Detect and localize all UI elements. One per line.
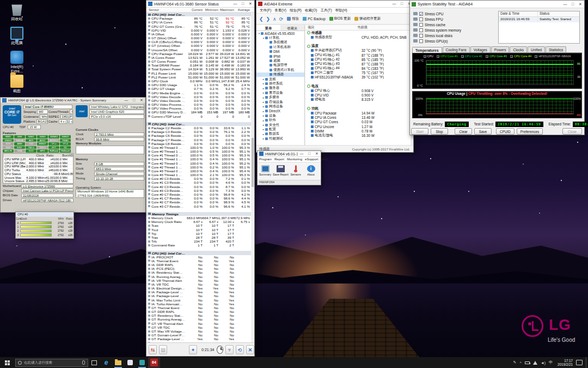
reset-button[interactable]: ⟲	[236, 345, 244, 354]
stress-option[interactable]: Stress system memory	[413, 27, 495, 33]
sensor-row[interactable]: IA Offset0.000 V0.000 V0.000 V0.000 V	[146, 32, 251, 36]
item-group-row[interactable]: 功耗	[305, 106, 411, 111]
sensor-row[interactable]: GT: Running Averag…NoNoNo	[146, 317, 251, 321]
sensor-row[interactable]: GT: DDR RAPLNoNoNo	[146, 310, 251, 313]
sensor-row[interactable]: Core #3 C7 Reside…0.0 %0.0 %96.6 %4.1 %	[146, 204, 251, 208]
tree-item[interactable]: ▸性能测试	[256, 136, 304, 141]
minimize-icon[interactable]: —	[390, 1, 398, 7]
toolbar-button[interactable]: 报告	[287, 16, 299, 21]
sensor-group-row[interactable]: CPU [#0]: Intel Cor…	[146, 122, 251, 126]
sensor-row[interactable]: Core #0 C7 Reside…0.0 %0.0 %96.8 %4.2 %	[146, 192, 251, 196]
sensor-row[interactable]: CPU IA Cores86 °C51 °C92 °C85 °C	[146, 20, 251, 24]
toolbar-button[interactable]: BIOS 更新	[329, 16, 351, 21]
menu-item[interactable]: 查看(V)	[274, 8, 286, 13]
task-view-button[interactable]	[88, 357, 100, 368]
save-button[interactable]: Save	[474, 128, 492, 135]
launcher-tool-monitor[interactable]: Summary	[258, 165, 273, 176]
checkbox[interactable]	[419, 39, 423, 43]
sensor-row[interactable]: GT: Residency Stat…NoNoNo	[146, 313, 251, 317]
menu-item[interactable]: Monitoring	[287, 158, 302, 161]
legend-checkbox[interactable]: ✓	[486, 55, 488, 58]
sensor-row[interactable]: IA: Package-Level …NoNoNo	[146, 294, 251, 298]
action-center-icon[interactable]	[576, 360, 583, 365]
tree-item[interactable]: ▾AIDA64 v5.95.4500	[256, 31, 304, 35]
tree-item[interactable]: 电源管理	[256, 63, 304, 68]
sensor-row[interactable]: Core #1 Thread 0 …100.0 %0.5 %100.0 %95.…	[146, 153, 251, 157]
tab-clocks[interactable]: Clocks	[510, 46, 527, 52]
close-icon[interactable]: ✕	[247, 1, 254, 7]
menu-item[interactable]: Report	[274, 158, 284, 161]
sensor-row[interactable]: Trcd10 T10 T17 T	[146, 227, 251, 231]
tree-item[interactable]: ▸安全性	[256, 123, 304, 127]
start-button[interactable]	[0, 357, 14, 368]
tree-item[interactable]: ▸设备	[256, 113, 304, 118]
sensor-row[interactable]: GPU Video Decode …0.0 %0.0 %0.0 %0.0 %	[146, 95, 251, 99]
tab-temperatures[interactable]: Temperatures	[412, 47, 442, 53]
taskbar-search[interactable]: 在此键入进行搜索	[15, 359, 88, 367]
checkbox[interactable]	[419, 28, 423, 32]
sensor-row[interactable]: GPU Media Engine …0.0 %0.0 %0.0 %0.0 %	[146, 91, 251, 94]
tree-item[interactable]: ▸数据库	[256, 132, 304, 136]
sensor-row[interactable]: GT: VR Thermal AlertNoNoNo	[146, 322, 251, 325]
sensor-row[interactable]: GT: Max VR Voltage…NoNoNo	[146, 329, 251, 333]
sensor-row[interactable]: IA: PROCHOTNoNoNo	[146, 255, 251, 259]
sensor-row[interactable]: Core #2 Thread 0 …100.0 %0.4 %100.0 %95.…	[146, 161, 251, 165]
toolbar-button[interactable]: PC Backup	[303, 16, 326, 21]
sensor-group-row[interactable]: CPU [#0]: Intel Cor…	[146, 13, 251, 16]
sensor-row[interactable]: Package C3 Reside…0.0 %0.0 %76.1 %2.2 %	[146, 130, 251, 134]
sensor-row[interactable]: GPU D3D Memory D…184 MB153 MB197 MB180 M…	[146, 110, 251, 114]
menu-item[interactable]: 工具(T)	[320, 8, 332, 13]
sensor-row[interactable]: Core #3 Thread 0 …100.0 %0.4 %100.0 %95.…	[146, 169, 251, 173]
tree-item[interactable]: ▸DirectX	[256, 109, 304, 113]
sensor-titlebar[interactable]: HWiNFO64 v6.01-3680 Sensor Status — □ ✕	[146, 1, 254, 8]
legend-entry[interactable]: ✓CPU Core #1	[437, 55, 458, 58]
forward-icon[interactable]: ❯	[266, 16, 271, 22]
sensor-row[interactable]: Core #2 C3 Reside…0.0 %0.0 %8.7 %0.0 %	[146, 185, 251, 189]
sensor-row[interactable]: Trp10 T10 T17 T	[146, 232, 251, 236]
checkbox[interactable]	[419, 34, 423, 38]
sensor-row[interactable]: IA: PCS (PECI)NoNoNo	[146, 267, 251, 270]
memory-modules-list[interactable]	[76, 146, 144, 154]
sensor-row[interactable]: GT Cores Power0.051 W0.008 W0.882 W0.037…	[146, 59, 251, 63]
stability-log-table[interactable]: Date & TimeStatus2019/2/21 16:46:59Stabi…	[498, 11, 580, 44]
aida64-titlebar[interactable]: AIDA64 Extreme — □ ✕	[256, 1, 413, 8]
sensor-row[interactable]: IA: Thermal EventNoNoYes	[146, 259, 251, 263]
tree-item[interactable]: ▸网络设备	[256, 104, 304, 108]
tab-statistics[interactable]: Statistics	[546, 46, 566, 52]
sensor-row[interactable]: Package C7 Reside…0.0 %0.0 %0.0 %0.0 %	[146, 138, 251, 142]
ime-indicator[interactable]: 中	[549, 360, 553, 365]
legend-entry[interactable]: ✓CPU Core #4	[510, 55, 531, 58]
item-row[interactable]: PCH 二极管75 °C (167 °F)	[305, 71, 411, 75]
sensor-row[interactable]: Core #2 Thread 1 …100.0 %0.2 %100.0 %95.…	[146, 165, 251, 169]
sensor-row[interactable]: Trfc234 T234 T420 T	[146, 239, 251, 243]
sensor-row[interactable]: CPU Package Power18.024 W2.577 W39.018 W…	[146, 52, 251, 56]
sensor-row[interactable]: IA: Turbo Attenuati…NoNoYes	[146, 302, 251, 306]
sensor-row[interactable]: GPU Clock0.0 MHz0.0 MHz1,147.8 MHz25.4 M…	[146, 79, 251, 83]
legend-checkbox[interactable]: ✓	[437, 55, 439, 58]
stress-option[interactable]: Stress cache	[413, 22, 495, 27]
checkbox[interactable]	[419, 17, 423, 21]
item-row[interactable]: CPU 核心0.908 V	[305, 88, 411, 93]
minimize-icon[interactable]: —	[561, 1, 569, 8]
legend-entry[interactable]: ✓CPU	[424, 55, 433, 58]
sensor-row[interactable]: IA: Package-Level …YesNoYes	[146, 290, 251, 294]
sensor-row[interactable]: GT (Unslice) Offset0.000 V0.000 V0.000 V…	[146, 44, 251, 47]
cpuid-button[interactable]: CPUID	[496, 128, 514, 135]
sensor-row[interactable]: Total System Power14.324 W5.129 W38.950 …	[146, 67, 251, 71]
menu-item[interactable]: Help	[321, 158, 327, 161]
sensor-row[interactable]: Core #0 Thread 1 …100.0 %0.5 %100.0 %95.…	[146, 149, 251, 153]
desktop-icon-this-pc[interactable]: 此电脑	[4, 27, 29, 45]
columns-button[interactable]: ▤	[159, 345, 167, 354]
sensor-row[interactable]: IA: Residency Stat…NoNoNo	[146, 270, 251, 274]
desktop-icon-folder[interactable]: 截图	[4, 75, 29, 93]
sensor-row[interactable]: Memory Clock683.0 MHz664.7 MHz1,397.0 MH…	[146, 216, 251, 220]
sensor-row[interactable]: GPU Video Process…0.0 %0.0 %0.0 %0.0 %	[146, 102, 251, 106]
sensor-row[interactable]: IA: VR TDCNoNoNo	[146, 282, 251, 286]
maximize-icon[interactable]: □	[398, 1, 406, 7]
sensor-row[interactable]: GPU D3D Usage1.1 %0.0 %56.2 %2.4 %	[146, 83, 251, 87]
desktop-icon-intel-app[interactable]: Intel(R) Extre...	[4, 51, 29, 74]
sensor-row[interactable]: IA: Max Turbo LimitNoNoYes	[146, 298, 251, 302]
sensor-row[interactable]: Tcas10 T10 T17 T	[146, 224, 251, 227]
legend-checkbox[interactable]: ✓	[535, 55, 537, 58]
checkbox[interactable]	[419, 23, 423, 27]
